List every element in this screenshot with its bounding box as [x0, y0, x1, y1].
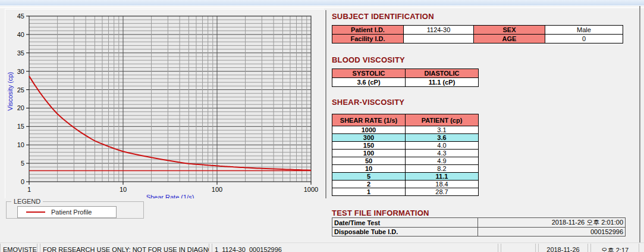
shear-patient-cell: 8.2	[406, 165, 479, 173]
status-date: 2018-11-26	[538, 244, 588, 252]
shear-patient-cell: 28.7	[406, 188, 479, 196]
window-right-border	[639, 6, 640, 252]
legend-item-label: Patient Profile	[51, 209, 92, 216]
legend-title: LEGEND	[11, 198, 43, 205]
x-axis-title: Shear Rate (1/s)	[146, 194, 194, 198]
shear-patient-cell: 3.6	[406, 134, 479, 142]
bv-value-cell: 11.1 (cP)	[406, 78, 479, 87]
y-axis-title: Viscosity (cp)	[7, 72, 14, 111]
test-file-information-table: Date/Time Test2018-11-26 오후 2:01:00Dispo…	[332, 217, 626, 237]
shear-rate-cell: 150	[332, 142, 406, 150]
subject-identification-table: Patient I.D.1124-30SEXMaleFacility I.D.A…	[332, 25, 623, 43]
subject-value: Male	[545, 26, 623, 35]
y-tick-label: 20	[17, 104, 24, 111]
tfi-label: Date/Time Test	[332, 218, 478, 228]
subject-value	[404, 35, 474, 43]
bv-value-row: 3.6 (cP)11.1 (cP)	[332, 78, 479, 87]
subject-row: Patient I.D.1124-30SEXMale	[332, 26, 623, 35]
status-time: 오후 2:17	[590, 244, 639, 252]
x-tick-label: 1000	[304, 186, 318, 193]
subject-value: 0	[545, 35, 623, 43]
shear-rate-cell: 1000	[332, 126, 406, 134]
patient-profile-line-swatch	[26, 211, 45, 213]
shear-patient-cell: 4.9	[406, 157, 479, 165]
shear-rate-cell: 50	[332, 157, 406, 165]
legend-groupbox: LEGEND Patient Profile	[6, 201, 144, 219]
status-spacer	[501, 244, 536, 252]
tfi-value: 000152996	[478, 228, 626, 237]
shear-row[interactable]: 1004.3	[332, 150, 479, 157]
viscosity-chart-panel: 0510152025303540451101001000Shear Rate (…	[5, 9, 324, 198]
bv-header-cell: DIASTOLIC	[406, 69, 479, 78]
test-file-information-heading: TEST FILE INFORMATION	[332, 209, 429, 217]
status-bar: EMOVISTERFOR RESEARCH USE ONLY; NOT FOR …	[0, 242, 644, 252]
tfi-label: Disposable Tube I.D.	[332, 228, 478, 237]
subject-label: SEX	[474, 26, 545, 35]
shear-rate-cell: 5	[332, 173, 406, 181]
subject-identification-heading: SUBJECT IDENTIFICATION	[332, 12, 434, 21]
subject-row: Facility I.D.AGE0	[332, 35, 623, 43]
shear-header-row: SHEAR RATE (1/s)PATIENT (cp)	[332, 114, 479, 126]
subject-label: AGE	[474, 35, 545, 43]
legend-entry: Patient Profile	[17, 206, 117, 218]
shear-patient-cell: 11.1	[406, 173, 479, 181]
shear-rate-cell: 100	[332, 150, 406, 157]
subject-label: Facility I.D.	[332, 35, 404, 43]
x-tick-label: 1	[27, 186, 31, 193]
shear-viscosity-table: SHEAR RATE (1/s)PATIENT (cp)10003.13003.…	[332, 114, 479, 196]
shear-row[interactable]: 10003.1	[332, 126, 479, 134]
y-tick-label: 15	[17, 123, 24, 130]
y-tick-label: 25	[17, 86, 24, 94]
y-tick-label: 10	[17, 141, 24, 148]
shear-row[interactable]: 3003.6	[332, 134, 479, 142]
shear-rate-cell: 2	[332, 181, 406, 188]
tfi-row: Disposable Tube I.D.000152996	[332, 228, 626, 237]
shear-viscosity-heading: SHEAR-VISCOSITY	[332, 98, 404, 107]
test-file-name: 1_1124-30_000152996	[212, 244, 498, 252]
y-tick-label: 35	[17, 49, 24, 57]
shear-row[interactable]: 504.9	[332, 157, 479, 165]
shear-rate-cell: 1	[332, 188, 406, 196]
app-name: EMOVISTER	[0, 244, 37, 252]
window-top-bar	[0, 0, 644, 6]
bv-header-cell: SYSTOLIC	[332, 69, 406, 78]
shear-rate-cell: 300	[332, 134, 406, 142]
top-highlight-strip	[0, 7, 644, 8]
shear-patient-cell: 4.0	[406, 142, 479, 150]
x-tick-label: 10	[120, 186, 127, 193]
y-tick-label: 30	[17, 68, 24, 75]
shear-row[interactable]: 218.4	[332, 181, 479, 188]
viscosity-chart: 0510152025303540451101001000Shear Rate (…	[5, 10, 323, 198]
blood-viscosity-heading: BLOOD VISCOSITY	[332, 55, 405, 64]
shear-row[interactable]: 128.7	[332, 188, 479, 196]
tfi-value: 2018-11-26 오후 2:01:00	[478, 218, 626, 228]
shear-header-cell: SHEAR RATE (1/s)	[332, 114, 406, 126]
subject-label: Patient I.D.	[332, 26, 404, 35]
subject-value: 1124-30	[404, 26, 474, 35]
y-tick-label: 45	[17, 13, 24, 20]
y-tick-label: 40	[17, 31, 24, 38]
shear-patient-cell: 3.1	[406, 126, 479, 134]
shear-row[interactable]: 108.2	[332, 165, 479, 173]
shear-row[interactable]: 511.1	[332, 173, 479, 181]
panel-divider	[325, 10, 326, 198]
shear-rate-cell: 10	[332, 165, 406, 173]
plot-background	[29, 16, 311, 182]
bv-value-cell: 3.6 (cP)	[332, 78, 406, 87]
y-tick-label: 0	[21, 178, 24, 185]
y-tick-label: 5	[21, 160, 24, 167]
x-tick-label: 100	[212, 186, 222, 193]
shear-row[interactable]: 1504.0	[332, 142, 479, 150]
shear-header-cell: PATIENT (cp)	[406, 114, 479, 126]
shear-patient-cell: 4.3	[406, 150, 479, 157]
bv-header-row: SYSTOLICDIASTOLIC	[332, 69, 479, 78]
tfi-row: Date/Time Test2018-11-26 오후 2:01:00	[332, 218, 626, 228]
blood-viscosity-table: SYSTOLICDIASTOLIC3.6 (cP)11.1 (cP)	[332, 69, 479, 87]
research-use-disclaimer: FOR RESEARCH USE ONLY; NOT FOR USE IN DI…	[40, 244, 209, 252]
shear-patient-cell: 18.4	[406, 181, 479, 188]
